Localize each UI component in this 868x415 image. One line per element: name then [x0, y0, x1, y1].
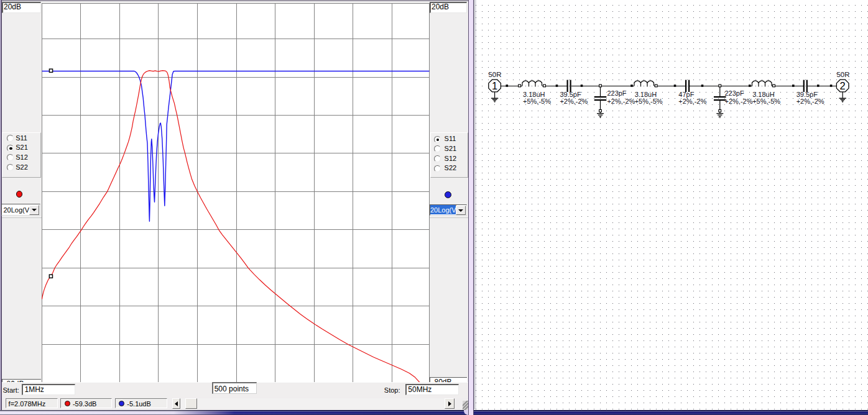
- svg-text:223pF: 223pF: [725, 89, 744, 97]
- svg-text:50R: 50R: [836, 71, 849, 78]
- svg-text:39.5pF: 39.5pF: [796, 91, 818, 98]
- svg-text:1: 1: [492, 80, 497, 91]
- svg-text:+2%,-2%: +2%,-2%: [560, 98, 588, 105]
- svg-text:+5%,-5%: +5%,-5%: [635, 98, 663, 105]
- svg-text:+2%,-2%: +2%,-2%: [607, 98, 635, 105]
- svg-text:223pF: 223pF: [607, 89, 626, 97]
- svg-text:+5%,-5%: +5%,-5%: [523, 98, 551, 105]
- svg-text:+5%,-5%: +5%,-5%: [752, 98, 780, 105]
- svg-text:47pF: 47pF: [678, 91, 694, 98]
- svg-text:+2%,-2%: +2%,-2%: [725, 98, 753, 105]
- svg-text:3.18uH: 3.18uH: [523, 91, 545, 98]
- svg-text:2: 2: [840, 80, 846, 91]
- svg-text:+2%,-2%: +2%,-2%: [678, 98, 706, 105]
- svg-text:3.18uH: 3.18uH: [752, 91, 775, 98]
- svg-text:39.5pF: 39.5pF: [560, 91, 581, 98]
- svg-text:50R: 50R: [488, 71, 501, 78]
- svg-text:3.18uH: 3.18uH: [635, 91, 657, 98]
- svg-text:+2%,-2%: +2%,-2%: [796, 98, 824, 105]
